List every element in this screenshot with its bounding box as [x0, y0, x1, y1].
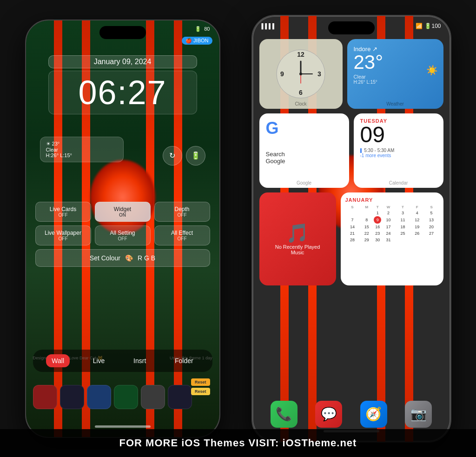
all-effect-btn[interactable]: All Effect OFF: [154, 225, 210, 245]
all-effect-status: OFF: [157, 236, 208, 241]
cal-cell: 28: [345, 237, 360, 243]
no-recently-played: No Recently Played: [275, 244, 320, 250]
widget-grid: 12 3 6 9: [259, 39, 443, 290]
phone1-frame: 🔋 80 🍎 JIBON January 09, 2024 06:27 ☀ 23…: [25, 20, 220, 438]
side-btn-vol-up: [25, 118, 26, 146]
google-widget-label: Google: [297, 180, 311, 185]
dock-safari-icon[interactable]: 🧭: [360, 401, 387, 428]
all-effect-title: All Effect: [157, 230, 208, 236]
weather-widget-phone2[interactable]: Indore ↗ 23° ☀️ Clear H:26° L:15° Weathe…: [347, 39, 443, 109]
date-time-display: January 09, 2024 06:27: [48, 55, 197, 114]
google-widget[interactable]: G Search Google Google: [259, 113, 349, 188]
all-setting-btn[interactable]: All Setting OFF: [95, 225, 151, 245]
cal-header-f: F: [410, 205, 424, 210]
live-cards-status: OFF: [38, 212, 89, 218]
search-text: Search: [266, 151, 343, 158]
svg-point-8: [299, 73, 302, 75]
reset-btn-2[interactable]: Reset: [191, 388, 210, 395]
live-wallpaper-status: OFF: [38, 236, 89, 241]
dock-app-5[interactable]: [141, 385, 165, 409]
nav-insrt[interactable]: Insrt: [128, 354, 152, 367]
cal-header-m: M: [359, 205, 374, 210]
mini-cal-grid: S M T W T F S: [345, 205, 439, 243]
status-bar-phone1: 🔋 80: [195, 26, 210, 32]
mini-calendar-widget[interactable]: JANUARY S M T W T F: [341, 192, 443, 285]
rgb-label: R G B: [138, 254, 155, 262]
live-cards-btn[interactable]: Live Cards OFF: [35, 202, 91, 222]
google-brand: Google: [266, 158, 343, 165]
cal-cell: 7: [345, 216, 360, 224]
weather-widget-phone1: ☀ 23° Clear H:26° L:15°: [40, 137, 124, 162]
cal-more-events: -1 more events: [360, 153, 437, 158]
nav-folder[interactable]: Folder: [169, 354, 199, 367]
widget-row-2: G Search Google Google TUESDAY 09: [259, 113, 443, 188]
weather-range-p2: H:26° L:15°: [354, 79, 437, 85]
svg-text:9: 9: [280, 70, 284, 78]
cal-cell: 23: [374, 230, 381, 237]
dock-phone-icon[interactable]: 📞: [271, 401, 298, 428]
cal-cell: 18: [396, 224, 410, 230]
dock-app-4[interactable]: [114, 385, 138, 409]
date-text: January 09, 2024: [48, 55, 197, 68]
cal-cell: 24: [381, 230, 396, 237]
dock-bar-phone2: 📞 💬 🧭 📷: [262, 401, 441, 428]
cal-cell: 17: [381, 224, 396, 230]
battery-btn[interactable]: 🔋: [186, 146, 205, 166]
dock-messages-icon[interactable]: 💬: [315, 401, 342, 428]
dock-app-2[interactable]: [60, 385, 84, 409]
depth-btn[interactable]: Depth OFF: [154, 202, 210, 222]
phone2-side-btn-vol-up: [251, 113, 252, 141]
cal-cell: 14: [345, 224, 360, 230]
dock-app-3[interactable]: [87, 385, 111, 409]
widget-row-3: 🎵 No Recently Played Music JANUARY: [259, 192, 443, 285]
clock-widget[interactable]: 12 3 6 9: [259, 39, 343, 109]
cal-event: 5:30 - 5:30 AM: [360, 148, 437, 153]
widget-btn[interactable]: Widget ON: [95, 202, 151, 222]
live-wallpaper-btn[interactable]: Live Wallpaper OFF: [35, 225, 91, 245]
cal-cell: 5: [424, 210, 439, 216]
battery-full-icon: 🔋100: [424, 23, 441, 29]
cal-cell: 16: [374, 224, 381, 230]
side-btn-mute: [25, 95, 26, 111]
weather-condition-p2: Clear: [354, 74, 437, 79]
watermark-banner: FOR MORE iOS Themes VISIT: iOSTheme.net: [0, 429, 476, 457]
cal-cell: 1: [374, 210, 381, 216]
calendar-widget[interactable]: TUESDAY 09 5:30 - 5:30 AM -1 more events…: [354, 113, 443, 188]
color-row[interactable]: Set Colour 🎨 R G B: [35, 249, 210, 267]
music-widget[interactable]: 🎵 No Recently Played Music: [259, 192, 336, 285]
svg-text:6: 6: [299, 89, 303, 96]
cal-event-time: 5:30 - 5:30 AM: [364, 148, 394, 153]
cal-header-t2: T: [396, 205, 410, 210]
dock-app-6[interactable]: [168, 385, 192, 409]
apple-icon: 🍎: [185, 38, 192, 44]
main-container: 🔋 80 🍎 JIBON January 09, 2024 06:27 ☀ 23…: [0, 0, 476, 457]
mini-cal-month: JANUARY: [345, 197, 439, 203]
widget-title: Widget: [97, 206, 148, 212]
cal-cell: 4: [410, 210, 424, 216]
jibon-badge[interactable]: 🍎 JIBON: [182, 37, 212, 45]
nav-wall[interactable]: Wall: [46, 354, 70, 367]
cal-cell: 3: [396, 210, 410, 216]
cal-header-t: T: [374, 205, 381, 210]
cal-cell: 31: [381, 237, 396, 243]
dock-app-1[interactable]: [33, 385, 57, 409]
cal-cell: [410, 237, 424, 243]
clock-widget-label: Clock: [295, 101, 306, 106]
watermark-text: FOR MORE iOS Themes VISIT: iOSTheme.net: [119, 437, 357, 449]
cal-cell: 19: [410, 224, 424, 230]
colour-icon: 🎨: [125, 254, 133, 262]
cal-cell: [424, 237, 439, 243]
weather-condition: Clear: [46, 147, 118, 152]
nav-live[interactable]: Live: [87, 354, 111, 367]
toggle-row-2: Live Wallpaper OFF All Setting OFF All E…: [35, 225, 210, 245]
reset-btn-1[interactable]: Reset: [191, 378, 210, 386]
rotate-btn[interactable]: ↻: [163, 146, 182, 166]
live-wallpaper-title: Live Wallpaper: [38, 230, 89, 236]
calendar-widget-label: Calendar: [389, 180, 408, 185]
status-icons-right: 📶 🔋100: [416, 23, 441, 29]
phone2-side-btn-vol-down: [251, 148, 252, 176]
live-cards-title: Live Cards: [38, 206, 89, 212]
dock-camera-icon[interactable]: 📷: [405, 401, 432, 428]
safari-icon-glyph: 🧭: [365, 406, 382, 422]
depth-status: OFF: [157, 212, 208, 218]
